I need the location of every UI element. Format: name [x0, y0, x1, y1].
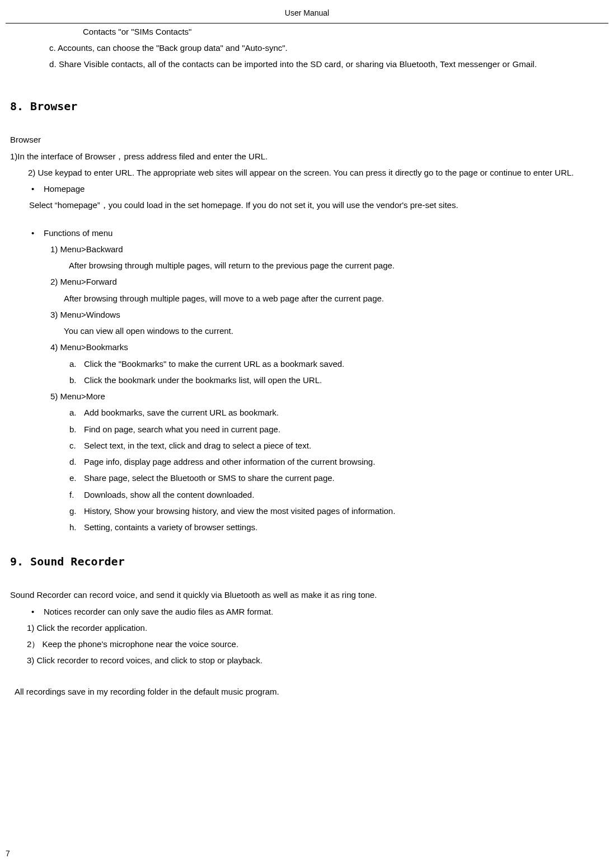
sr-bullet: •Notices recorder can only save the audi…	[31, 603, 604, 620]
menu-2-desc: After browsing through multiple pages, w…	[64, 290, 604, 306]
top-line-contacts: Contacts "or "SIMs Contacts"	[83, 23, 604, 40]
menu-5-d: d.Page info, display page address and ot…	[69, 454, 604, 470]
menu-5-g: g.History, Show your browsing history, a…	[69, 503, 604, 519]
menu-2: 2) Menu>Forward	[50, 273, 604, 290]
menu-4-a-text: Click the "Bookmarks" to make the curren…	[84, 359, 344, 369]
top-line-d-text: d. Share Visible contacts, all of the co…	[49, 59, 537, 69]
browser-step-2: 2) Use keypad to enter URL. The appropri…	[28, 164, 604, 181]
menu-5-g-text: History, Show your browsing history, and…	[84, 506, 395, 516]
letter-b: b.	[69, 372, 84, 388]
menu-5-h: h.Setting, containts a variety of browse…	[69, 519, 604, 535]
menu-5-f-text: Downloads, show all the content download…	[84, 490, 254, 499]
menu-1: 1) Menu>Backward	[50, 241, 604, 257]
menu-4: 4) Menu>Bookmarks	[50, 339, 604, 355]
bullet-homepage-label: Homepage	[44, 184, 85, 194]
sr-bullet-text: Notices recorder can only save the audio…	[44, 607, 273, 616]
menu-5-e: e.Share page, select the Bluetooth or SM…	[69, 470, 604, 486]
menu-5-h-text: Setting, containts a variety of browser …	[84, 522, 257, 532]
section-8-heading: 8. Browser	[10, 96, 604, 117]
letter-b: b.	[69, 421, 84, 437]
menu-5-a: a.Add bookmarks, save the current URL as…	[69, 404, 604, 421]
letter-c: c.	[69, 437, 84, 454]
menu-5-c: c.Select text, in the text, click and dr…	[69, 437, 604, 454]
letter-a: a.	[69, 356, 84, 372]
bullet-dot-icon: •	[31, 225, 44, 241]
menu-5-b: b.Find on page, search what you need in …	[69, 421, 604, 437]
bullet-dot-icon: •	[31, 181, 44, 197]
menu-3-desc: You can view all open windows to the cur…	[64, 323, 604, 339]
letter-h: h.	[69, 519, 84, 535]
sr-step-1: 1) Click the recorder application.	[27, 620, 604, 636]
letter-g: g.	[69, 503, 84, 519]
letter-d: d.	[69, 454, 84, 470]
letter-a: a.	[69, 404, 84, 421]
section-9-heading: 9. Sound Recorder	[10, 551, 604, 572]
menu-5-a-text: Add bookmarks, save the current URL as b…	[84, 408, 279, 417]
bullet-functions-label: Functions of menu	[44, 228, 113, 238]
sr-step-2: 2） Keep the phone's microphone near the …	[27, 636, 604, 652]
bullet-functions: •Functions of menu	[31, 225, 604, 241]
menu-4-b-text: Click the bookmark under the bookmarks l…	[84, 375, 322, 385]
menu-4-b: b.Click the bookmark under the bookmarks…	[69, 372, 604, 388]
content-body: Contacts "or "SIMs Contacts" c. Accounts…	[0, 23, 614, 700]
top-line-d: d. Share Visible contacts, all of the co…	[49, 56, 604, 72]
page-header: User Manual	[0, 0, 614, 23]
menu-5-f: f.Downloads, show all the content downlo…	[69, 487, 604, 503]
menu-1-desc: After browsing through multiple pages, w…	[69, 257, 604, 273]
bullet-homepage: •Homepage	[31, 181, 604, 197]
menu-5-d-text: Page info, display page address and othe…	[84, 457, 375, 466]
sr-step-3: 3) Click recorder to record voices, and …	[27, 652, 604, 668]
homepage-desc: Select “homepage”，you could load in the …	[29, 197, 604, 213]
top-line-c: c. Accounts, can choose the "Back group …	[49, 40, 604, 56]
letter-f: f.	[69, 487, 84, 503]
menu-5: 5) Menu>More	[50, 388, 604, 404]
menu-3: 3) Menu>Windows	[50, 306, 604, 323]
letter-e: e.	[69, 470, 84, 486]
bullet-dot-icon: •	[31, 603, 44, 620]
menu-5-b-text: Find on page, search what you need in cu…	[84, 424, 280, 434]
page-number: 7	[6, 846, 10, 861]
menu-4-a: a.Click the "Bookmarks" to make the curr…	[69, 356, 604, 372]
sr-intro: Sound Recorder can record voice, and sen…	[10, 587, 604, 603]
browser-subhead: Browser	[10, 131, 604, 148]
menu-5-e-text: Share page, select the Bluetooth or SMS …	[84, 473, 335, 483]
menu-5-c-text: Select text, in the text, click and drag…	[84, 441, 311, 450]
sr-end: All recordings save in my recording fold…	[15, 683, 604, 700]
browser-step-1: 1)In the interface of Browser，press addr…	[10, 148, 604, 164]
